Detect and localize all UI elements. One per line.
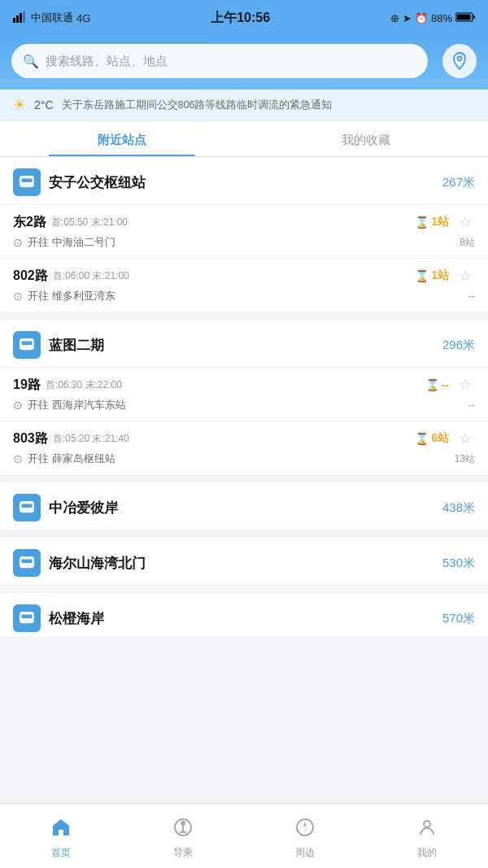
svg-point-44 <box>181 822 185 825</box>
arriving-info: ⌛ -- <box>425 378 449 391</box>
status-time: 上午10:56 <box>211 10 270 27</box>
favorite-star-2[interactable]: ☆ <box>455 267 475 285</box>
svg-point-50 <box>424 821 430 827</box>
favorite-star-4[interactable]: ☆ <box>455 430 475 447</box>
route-name[interactable]: 803路 <box>13 430 48 447</box>
nav-mine[interactable]: 我的 <box>366 812 488 860</box>
arriving-info: ⌛ 1站 <box>415 268 449 283</box>
station-name-4: 海尔山海湾北门 <box>49 554 434 573</box>
arriving-info: ⌛ 1站 <box>415 215 449 229</box>
svg-rect-5 <box>473 15 475 19</box>
nav-guide[interactable]: 导乘 <box>122 812 244 860</box>
svg-rect-20 <box>20 342 21 346</box>
station-group-3[interactable]: 中冶爱彼岸 438米 <box>0 482 488 530</box>
compass-icon <box>294 817 316 843</box>
battery-icon <box>455 12 475 24</box>
home-icon <box>50 817 72 843</box>
svg-rect-2 <box>20 13 22 23</box>
hourglass-icon: ⌛ <box>415 216 429 229</box>
header: 🔍 搜索线路、站点、地点 <box>0 36 488 89</box>
svg-point-7 <box>458 57 462 61</box>
route-name[interactable]: 东2路 <box>13 214 46 231</box>
svg-rect-0 <box>13 18 15 23</box>
svg-point-26 <box>29 509 32 512</box>
tab-favorites[interactable]: 我的收藏 <box>244 121 488 156</box>
svg-rect-14 <box>33 180 34 183</box>
location-pin-button[interactable] <box>442 44 477 78</box>
station-group-5[interactable]: 松橙海岸 570米 <box>0 593 488 637</box>
battery-label: 88% <box>431 12 452 24</box>
svg-point-33 <box>29 565 32 567</box>
direction-icon: ⊙ <box>13 399 23 412</box>
svg-point-25 <box>22 509 24 512</box>
bus-station-icon-3 <box>13 494 41 521</box>
search-bar[interactable]: 🔍 搜索线路、站点、地点 <box>11 44 428 78</box>
notice-bar: ☀ 2°C 关于东岳路施工期间公交806路等线路临时调流的紧急通知 <box>0 89 488 121</box>
station-group-4[interactable]: 海尔山海湾北门 530米 <box>0 538 488 585</box>
stops-away: 13站 <box>455 452 475 466</box>
arriving-stops: 1站 <box>431 215 449 229</box>
route-row-802: 802路 首:06:00 末:21:00 ⌛ 1站 ☆ ⊙ <box>0 258 488 312</box>
route-name[interactable]: 802路 <box>13 268 48 285</box>
arriving-stops: -- <box>442 378 449 391</box>
stops-away: 8站 <box>460 236 475 250</box>
notice-text: 关于东岳路施工期间公交806路等线路临时调流的紧急通知 <box>62 98 476 112</box>
status-bar: 中国联通 4G 上午10:56 ⊕ ➤ ⏰ 88% <box>0 0 488 36</box>
route-direction: 开往 西海岸汽车东站 <box>28 398 464 412</box>
station-name-1: 安子公交枢纽站 <box>49 173 434 192</box>
stops-away: -- <box>468 290 475 302</box>
svg-rect-27 <box>20 505 21 508</box>
route-row-19: 19路 首:06:30 末:22:00 ⌛ -- ☆ ⊙ <box>0 367 488 421</box>
svg-rect-13 <box>20 180 21 183</box>
station-distance-2: 296米 <box>442 338 475 353</box>
route-direction: 开往 薛家岛枢纽站 <box>28 451 450 466</box>
arriving-info: ⌛ 6站 <box>415 431 449 446</box>
status-left: 中国联通 4G <box>13 11 90 25</box>
station-name-2: 蓝图二期 <box>49 336 434 355</box>
nav-nearby[interactable]: 周边 <box>244 812 366 860</box>
svg-point-39 <box>22 620 24 622</box>
station-header-2: 蓝图二期 296米 <box>0 320 488 367</box>
route-name[interactable]: 19路 <box>13 377 41 394</box>
svg-rect-28 <box>33 505 34 508</box>
navigation-icon: ➤ <box>403 12 412 24</box>
station-header-3: 中冶爱彼岸 438米 <box>0 482 488 530</box>
nav-nearby-label: 周边 <box>295 846 315 860</box>
station-header-1: 安子公交枢纽站 267米 <box>0 157 488 204</box>
svg-rect-42 <box>33 616 34 619</box>
route-direction: 开往 中海油二号门 <box>28 235 455 250</box>
route-time-range: 首:05:50 末:21:00 <box>51 216 128 229</box>
hourglass-icon: ⌛ <box>415 432 429 445</box>
location-icon: ⊕ <box>390 12 399 24</box>
nav-home[interactable]: 首页 <box>0 812 122 860</box>
arriving-stops: 1站 <box>431 268 449 283</box>
route-row-803: 803路 首:05:20 末:21:40 ⌛ 6站 ☆ ⊙ <box>0 421 488 474</box>
svg-point-40 <box>29 620 32 622</box>
station-name-3: 中冶爱彼岸 <box>49 499 434 517</box>
station-group-1: 安子公交枢纽站 267米 东2路 首:05:50 末:21:00 ⌛ 1站 <box>0 157 488 312</box>
alarm-icon: ⏰ <box>415 12 428 24</box>
search-input[interactable]: 搜索线路、站点、地点 <box>46 54 416 69</box>
favorite-star-1[interactable]: ☆ <box>455 213 475 231</box>
svg-point-12 <box>29 184 32 186</box>
tab-nearby[interactable]: 附近站点 <box>0 121 244 156</box>
stops-away: -- <box>468 399 475 411</box>
svg-marker-49 <box>303 827 307 834</box>
signal-bars <box>13 11 28 25</box>
network-label: 4G <box>76 12 90 24</box>
station-header-4: 海尔山海湾北门 530米 <box>0 538 488 585</box>
weather-icon: ☀ <box>13 96 26 114</box>
nav-guide-label: 导乘 <box>173 846 193 860</box>
favorite-star-3[interactable]: ☆ <box>455 376 475 394</box>
station-distance-3: 438米 <box>442 500 475 516</box>
route-time-range: 首:05:20 末:21:40 <box>53 432 129 446</box>
svg-rect-21 <box>33 342 34 346</box>
guide-icon <box>172 817 194 843</box>
svg-rect-38 <box>22 614 33 618</box>
station-distance-5: 570米 <box>442 611 475 626</box>
tab-bar: 附近站点 我的收藏 <box>0 121 488 157</box>
station-distance-1: 267米 <box>442 175 475 190</box>
direction-icon: ⊙ <box>13 236 23 249</box>
nav-mine-label: 我的 <box>417 846 437 860</box>
route-row-donglu2: 东2路 首:05:50 末:21:00 ⌛ 1站 ☆ ⊙ <box>0 204 488 258</box>
